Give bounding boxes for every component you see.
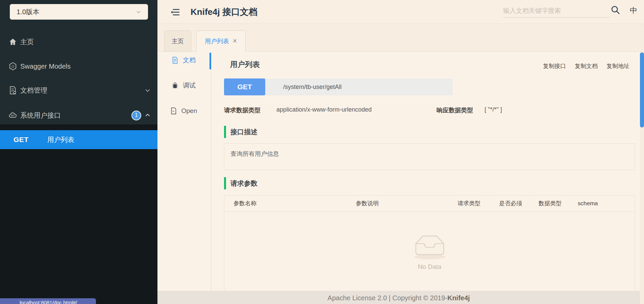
empty-state-text: No Data	[418, 263, 442, 271]
endpoint-path: /system/tb-user/getAll	[283, 78, 342, 95]
copy-api-button[interactable]: 复制接口	[543, 62, 566, 70]
sidebar-item-label: 主页	[20, 38, 34, 47]
home-icon	[8, 37, 18, 47]
subnav-item-label: 调试	[183, 81, 196, 90]
footer-brand: Knife4j	[447, 294, 470, 302]
column-header: 参数说明	[356, 195, 379, 212]
response-type-label: 响应数据类型	[437, 106, 473, 114]
svg-text:API: API	[10, 114, 15, 117]
doc-title: 用户列表	[230, 60, 260, 70]
column-header: 请求类型	[457, 195, 480, 212]
chevron-up-icon	[145, 112, 151, 118]
chevron-down-icon	[136, 9, 141, 15]
params-table-header: 参数名称 参数说明 请求类型 是否必须 数据类型 schema	[224, 195, 635, 212]
sidebar-item-label: 系统用户接口	[20, 111, 61, 120]
subnav-item-debug[interactable]: 调试	[157, 79, 209, 92]
endpoint-name-label: 用户列表	[47, 135, 74, 144]
column-header: 数据类型	[539, 195, 562, 212]
empty-box-icon	[411, 232, 448, 261]
column-header: 是否必须	[499, 195, 522, 212]
tab-home[interactable]: 主页	[164, 30, 191, 52]
file-icon	[170, 107, 177, 115]
doc-manage-icon	[8, 86, 18, 95]
tab-bar: 主页 用户列表 ✕	[157, 24, 644, 52]
sidebar-item-label: 文档管理	[20, 86, 47, 95]
copy-actions: 复制接口 复制文档 复制地址	[543, 62, 629, 70]
subnav-item-label: Open	[181, 107, 197, 115]
doc-icon	[171, 56, 179, 64]
swagger-models-icon: {;}	[8, 62, 18, 71]
browser-status-url-bar: localhost:8081/doc.html#/	[0, 298, 96, 304]
chevron-down-icon	[145, 87, 151, 93]
subnav-item-label: 文档	[183, 56, 196, 65]
scrollbar-thumb[interactable]	[640, 52, 644, 127]
endpoint-count-badge: 1	[131, 111, 141, 120]
tab-label: 用户列表	[205, 37, 229, 45]
footer-license-text: Apache License 2.0 | Copyright © 2019-Kn…	[327, 294, 470, 302]
section-accent-bar	[224, 177, 226, 189]
page-title: Knife4j 接口文档	[191, 6, 257, 18]
knife4j-app: 1.0版本 主页 {;} Swagger Models 文档管理	[0, 0, 644, 304]
version-select[interactable]: 1.0版本	[10, 4, 148, 20]
subnav-item-doc[interactable]: 文档	[157, 53, 209, 67]
params-table: 参数名称 参数说明 请求类型 是否必须 数据类型 schema No Data	[224, 195, 635, 291]
subnav-divider	[211, 52, 211, 291]
close-icon[interactable]: ✕	[232, 38, 237, 45]
status-url-text: localhost:8081/doc.html#/	[20, 300, 77, 304]
description-text: 查询所有用户信息	[230, 150, 279, 158]
sidebar-item-swagger-models[interactable]: {;} Swagger Models	[0, 59, 157, 74]
subnav-item-open[interactable]: Open	[157, 104, 209, 118]
footer: Apache License 2.0 | Copyright © 2019-Kn…	[157, 291, 640, 304]
header: Knife4j 接口文档 中	[157, 0, 644, 24]
copy-address-button[interactable]: 复制地址	[606, 62, 629, 70]
sidebar-item-home[interactable]: 主页	[0, 34, 157, 49]
tab-user-list[interactable]: 用户列表 ✕	[196, 30, 246, 52]
column-header: 参数名称	[233, 195, 256, 212]
section-accent-bar	[224, 126, 226, 138]
description-box: 查询所有用户信息	[224, 143, 635, 170]
version-select-value: 1.0版本	[17, 7, 40, 17]
bug-icon	[171, 82, 179, 89]
request-type-value: application/x-www-form-urlencoded	[276, 106, 372, 113]
sidebar-item-label: Swagger Models	[20, 63, 71, 70]
search-icon[interactable]	[610, 5, 620, 15]
footer-text: Apache License 2.0 | Copyright © 2019-	[327, 294, 447, 302]
section-title-params: 请求参数	[230, 177, 257, 189]
sidebar-endpoint-user-list[interactable]: GET 用户列表	[0, 130, 157, 149]
copy-doc-button[interactable]: 复制文档	[575, 62, 598, 70]
endpoint-url-bar: GET /system/tb-user/getAll	[224, 78, 453, 95]
sidebar-submenu-background	[0, 124, 157, 304]
cloud-api-icon: API	[8, 111, 18, 120]
language-toggle-button[interactable]: 中	[630, 5, 637, 16]
menu-fold-icon[interactable]	[170, 7, 180, 18]
search-input[interactable]	[503, 4, 609, 18]
response-type-value: [ "*/*" ]	[485, 106, 502, 113]
sidebar-item-system-user-api[interactable]: API 系统用户接口 1	[0, 108, 157, 123]
empty-state: No Data	[224, 232, 635, 271]
sidebar: 1.0版本 主页 {;} Swagger Models 文档管理	[0, 0, 157, 304]
subnav-active-indicator	[209, 53, 211, 69]
section-title-description: 接口描述	[230, 126, 257, 138]
endpoint-method-label: GET	[14, 136, 29, 144]
column-header: schema	[578, 195, 598, 212]
http-method-badge: GET	[224, 78, 265, 95]
sidebar-item-doc-manage[interactable]: 文档管理	[0, 83, 157, 98]
tab-label: 主页	[172, 37, 184, 45]
svg-text:{;}: {;}	[11, 65, 14, 68]
request-type-label: 请求数据类型	[224, 106, 261, 114]
